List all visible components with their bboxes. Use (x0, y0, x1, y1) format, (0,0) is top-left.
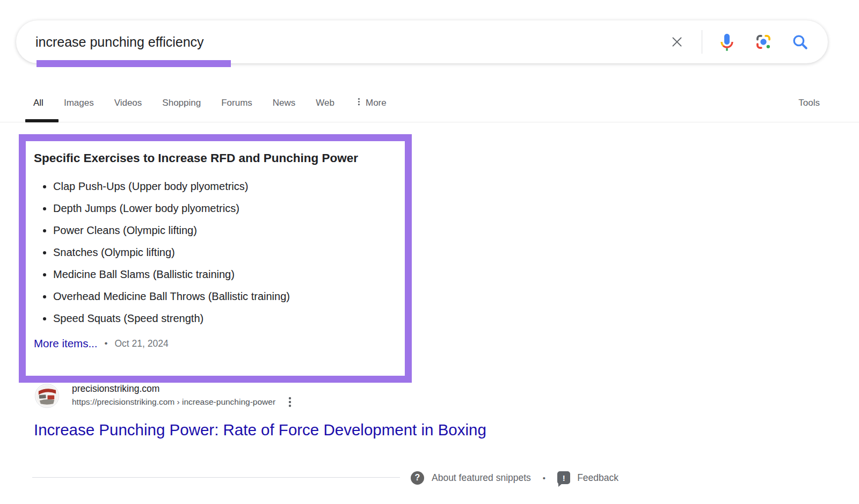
search-submit-icon[interactable] (788, 30, 812, 54)
tab-videos[interactable]: Videos (114, 98, 142, 108)
result-options-icon[interactable] (285, 396, 295, 408)
tab-web[interactable]: Web (316, 98, 334, 108)
snippet-date-separator: • (104, 338, 107, 349)
snippet-footer-row: ? About featured snippets • ! Feedback (411, 470, 618, 485)
footer-divider-line (32, 477, 400, 478)
more-items-link[interactable]: More items... (34, 337, 97, 350)
tab-shopping[interactable]: Shopping (162, 98, 201, 108)
search-bar[interactable] (16, 20, 828, 63)
source-text-block: precisionstriking.com https://precisions… (72, 383, 295, 408)
tab-all[interactable]: All (33, 98, 43, 108)
query-highlight-underline (37, 60, 231, 67)
site-url[interactable]: https://precisionstriking.com › increase… (72, 397, 275, 407)
featured-snippet-content: Specific Exercises to Increase RFD and P… (26, 141, 405, 350)
snippet-date: Oct 21, 2024 (114, 338, 168, 349)
snippet-list-item: Snatches (Olympic lifting) (53, 246, 397, 259)
snippet-heading: Specific Exercises to Increase RFD and P… (34, 151, 397, 166)
site-url-row: https://precisionstriking.com › increase… (72, 396, 295, 408)
feedback-icon-glyph: ! (563, 473, 565, 483)
snippet-bullet-list: Clap Push-Ups (Upper body plyometrics) D… (34, 180, 397, 325)
active-tab-underline (25, 119, 59, 122)
tab-more[interactable]: More (355, 97, 387, 109)
tab-more-label: More (366, 98, 387, 108)
tools-button[interactable]: Tools (798, 94, 820, 112)
footer-separator: • (543, 473, 545, 483)
snippet-list-item: Overhead Medicine Ball Throws (Ballistic… (53, 290, 397, 303)
snippet-list-item: Power Cleans (Olympic lifting) (53, 224, 397, 237)
snippet-list-item: Medicine Ball Slams (Ballistic training) (53, 268, 397, 281)
search-bar-divider (702, 30, 702, 54)
more-dots-icon (355, 97, 363, 109)
help-icon[interactable]: ? (411, 471, 424, 485)
feedback-icon-tail (558, 484, 562, 487)
search-input[interactable] (35, 34, 652, 50)
clear-search-icon[interactable] (665, 30, 689, 54)
feedback-link[interactable]: Feedback (577, 472, 618, 484)
result-title-link[interactable]: Increase Punching Power: Rate of Force D… (34, 421, 486, 439)
featured-snippet-box: Specific Exercises to Increase RFD and P… (19, 134, 412, 383)
site-favicon[interactable] (35, 384, 59, 408)
snippet-more-row: More items... • Oct 21, 2024 (34, 337, 397, 350)
tab-images[interactable]: Images (64, 98, 94, 108)
site-name[interactable]: precisionstriking.com (72, 383, 295, 395)
snippet-list-item: Speed Squats (Speed strength) (53, 312, 397, 325)
tab-forums[interactable]: Forums (221, 98, 252, 108)
tab-news[interactable]: News (273, 98, 296, 108)
about-featured-snippets-link[interactable]: About featured snippets (432, 472, 531, 484)
google-lens-icon[interactable] (752, 30, 775, 54)
search-bar-icons (652, 30, 812, 54)
results-tabs: All Images Videos Shopping Forums News W… (33, 94, 387, 112)
feedback-icon[interactable]: ! (557, 471, 570, 484)
snippet-list-item: Clap Push-Ups (Upper body plyometrics) (53, 180, 397, 193)
voice-search-icon[interactable] (715, 30, 739, 54)
result-source-row: precisionstriking.com https://precisions… (35, 383, 295, 408)
snippet-list-item: Depth Jumps (Lower body plyometrics) (53, 202, 397, 215)
tabs-divider-line (0, 122, 859, 122)
